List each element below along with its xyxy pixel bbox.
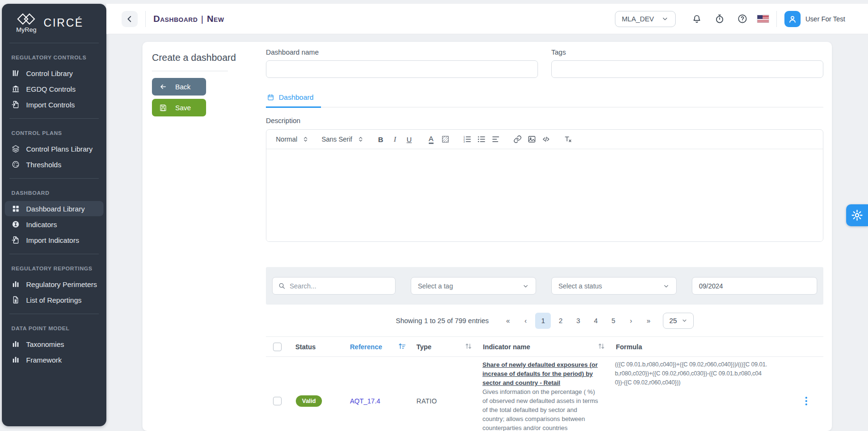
sidebar-item-indicators[interactable]: Indicators [5, 217, 104, 232]
status-select[interactable]: Select a status [551, 277, 677, 295]
row-actions-kebab-icon[interactable] [803, 395, 809, 407]
sort-icon[interactable] [597, 342, 605, 352]
sidebar-item-egdq-controls[interactable]: EGDQ Controls [5, 81, 104, 96]
timer-button[interactable] [712, 11, 727, 27]
sidebar-item-taxonomies[interactable]: Taxonomies [5, 336, 104, 352]
sidebar-item-label: Dashboard Library [26, 205, 85, 213]
col-formula: Formula [616, 343, 642, 351]
dashboard-name-input[interactable] [266, 60, 538, 78]
sidebar-item-dashboard-library[interactable]: Dashboard Library [5, 201, 104, 216]
tab-dashboard[interactable]: Dashboard [266, 92, 321, 108]
paragraph-format-value: Normal [276, 135, 297, 143]
italic-button[interactable]: I [388, 132, 402, 146]
align-icon [491, 135, 500, 144]
col-reference[interactable]: Reference [350, 343, 382, 351]
indicator-name-cell: Share of newly defaulted exposures (or i… [477, 357, 610, 431]
sidebar-item-control-library[interactable]: Control Library [5, 66, 104, 81]
indicator-title[interactable]: Share of newly defaulted exposures (or i… [482, 361, 598, 386]
pagination-last[interactable]: » [641, 313, 656, 329]
indicator-description: Gives information on the percentage ( %)… [482, 387, 599, 431]
pagination-bar: Showing 1 to 25 of 799 entries « ‹ 1 2 3… [266, 305, 823, 336]
pagination-page-4[interactable]: 4 [588, 313, 604, 329]
clear-format-button[interactable] [561, 132, 575, 146]
sidebar-item-import-controls[interactable]: Import Controls [5, 97, 104, 112]
tag-select[interactable]: Select a tag [411, 277, 536, 295]
col-indicator-name[interactable]: Indicator name [483, 343, 530, 351]
updown-icon [358, 136, 363, 143]
indicator-table-zone: Showing 1 to 25 of 799 entries « ‹ 1 2 3… [266, 305, 823, 431]
svg-text:A: A [443, 137, 447, 142]
dashboard-grid-icon [11, 204, 20, 213]
underline-button[interactable]: U [402, 132, 416, 146]
pagination-first[interactable]: « [500, 313, 516, 329]
highlight-icon: A [441, 135, 450, 144]
chevron-down-icon [522, 283, 529, 289]
highlight-color-button[interactable]: A [438, 132, 453, 146]
settings-fab-button[interactable] [846, 204, 868, 226]
sidebar-item-label: Control Library [26, 69, 73, 77]
sidebar-item-thresholds[interactable]: Thresholds [5, 157, 104, 172]
notifications-button[interactable] [689, 11, 704, 27]
tabs-bar: Dashboard [266, 92, 823, 107]
font-select[interactable]: Sans Serif [321, 135, 363, 143]
sort-asc-icon[interactable] [398, 342, 406, 352]
header-divider [776, 11, 777, 27]
tags-input[interactable] [551, 60, 823, 78]
text-color-button[interactable]: A [424, 132, 438, 146]
insert-image-button[interactable] [525, 132, 539, 146]
sidebar-item-framework[interactable]: Framework [5, 352, 104, 367]
code-button[interactable] [539, 132, 553, 146]
sidebar-item-label: Indicators [26, 220, 57, 229]
sidebar-item-list-of-reportings[interactable]: List of Reportings [5, 292, 104, 307]
updown-icon [303, 136, 308, 143]
sidebar-item-control-plans-library[interactable]: Control Plans Library [5, 141, 104, 156]
layers-icon [11, 144, 20, 153]
font-value: Sans Serif [321, 135, 352, 143]
environment-select[interactable]: MLA_DEV [615, 11, 676, 27]
bold-button[interactable]: B [374, 132, 388, 146]
dashboard-form: Dashboard name Tags Dashboard Descriptio… [266, 48, 823, 431]
flag-canton [757, 15, 763, 19]
language-us-flag-icon[interactable] [757, 15, 769, 22]
ordered-list-button[interactable]: 123 [460, 132, 474, 146]
table-row: Valid AQT_17.4 RATIO Share of newly defa… [266, 357, 823, 431]
ordered-list-icon: 123 [463, 135, 472, 144]
pagination-next[interactable]: › [623, 313, 639, 329]
back-button[interactable]: Back [152, 78, 206, 96]
header-divider [145, 11, 146, 27]
brand-logo[interactable]: MyReg CIRCÉ [2, 4, 106, 38]
section-data-point-model: DATA POINT MODEL Taxonomies Framework [2, 319, 106, 369]
sidebar-item-regulatory-perimeters[interactable]: Regulatory Perimeters [5, 277, 104, 292]
select-all-checkbox[interactable] [273, 343, 282, 351]
sidebar-item-import-indicators[interactable]: Import Indicators [5, 232, 104, 248]
pagination-page-3[interactable]: 3 [570, 313, 586, 329]
main-card: Create a dashboard Back Save Dashboard n… [142, 42, 832, 431]
help-button[interactable] [735, 11, 750, 27]
save-button[interactable]: Save [152, 99, 206, 116]
sidebar-item-label: Regulatory Perimeters [26, 280, 97, 288]
row-checkbox[interactable] [273, 397, 282, 405]
section-title: REGULATORY CONTROLS [2, 51, 106, 65]
reference-link[interactable]: AQT_17.4 [344, 397, 380, 405]
pagination-page-2[interactable]: 2 [553, 313, 568, 329]
header-back-button[interactable] [122, 11, 138, 27]
user-menu[interactable]: User For Test [784, 11, 845, 27]
pagination-page-5[interactable]: 5 [605, 313, 621, 329]
page-size-select[interactable]: 25 [663, 313, 693, 329]
align-button[interactable] [489, 132, 503, 146]
col-type[interactable]: Type [416, 343, 432, 351]
search-input[interactable] [290, 282, 389, 290]
pagination-prev[interactable]: ‹ [518, 313, 533, 329]
question-circle-icon [737, 13, 748, 24]
chevron-left-icon [125, 14, 134, 24]
paragraph-format-select[interactable]: Normal [276, 135, 308, 143]
breadcrumb-separator: | [201, 14, 203, 24]
description-editor-body[interactable] [266, 149, 823, 241]
sort-icon[interactable] [464, 342, 472, 352]
bullet-list-button[interactable] [474, 132, 489, 146]
period-date-input[interactable] [699, 282, 810, 290]
breadcrumb-page: New [207, 14, 224, 24]
insert-link-button[interactable] [510, 132, 525, 146]
pagination-page-1[interactable]: 1 [535, 313, 551, 329]
sidebar: MyReg CIRCÉ REGULATORY CONTROLS Control … [2, 4, 106, 426]
